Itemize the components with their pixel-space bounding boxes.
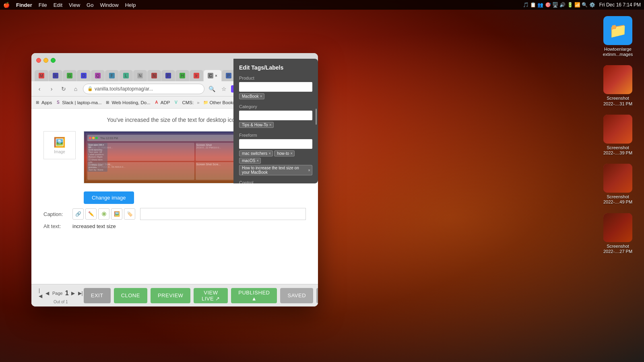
- caption-tag-button[interactable]: 🏷️: [124, 208, 135, 220]
- menubar-icons: 🎵 📋 👥 🎯 🖥️ 🔊 🔋 📶 🔍 ⚙️: [523, 2, 595, 8]
- first-page-button[interactable]: |◀: [38, 287, 43, 300]
- desktop-icon-screenshot-2[interactable]: Screenshot2022-....39 PM: [600, 115, 636, 156]
- alttext-row: Alt text: increased text size: [43, 223, 306, 229]
- help-menu[interactable]: Help: [125, 2, 136, 8]
- window-menu[interactable]: Window: [100, 2, 118, 8]
- caption-asterisk-button[interactable]: ✳️: [98, 208, 109, 220]
- tab-3[interactable]: D: [77, 70, 91, 81]
- tab-2[interactable]: G: [63, 70, 76, 81]
- bookmark-slack-label: Slack | laptop-ma...: [62, 100, 101, 105]
- go-menu[interactable]: Go: [87, 2, 93, 8]
- folder-icon-label: Howtoenlargeextinm...mages: [603, 47, 633, 57]
- bookmark-web-hosting[interactable]: ⊞ Web Hosting, Do...: [105, 100, 150, 105]
- folder-icon: 📁: [603, 16, 632, 45]
- folder-bookmarks-icon: 📁: [203, 100, 208, 105]
- edit-menu[interactable]: Edit: [54, 2, 62, 8]
- page-info: |◀ ◀ Page 1 ▶ ▶| Out of 1: [38, 287, 84, 304]
- bookmark-adp[interactable]: A ADP: [154, 100, 170, 105]
- caption-link-button[interactable]: 🔗: [72, 208, 84, 220]
- tag-freeform-input[interactable]: [239, 139, 312, 149]
- tab-12-active[interactable]: C ×: [204, 70, 221, 81]
- caption-image-button[interactable]: 🖼️: [111, 208, 122, 220]
- change-image-button[interactable]: Change image: [84, 191, 134, 204]
- tab-7[interactable]: N: [133, 70, 147, 81]
- tab-5[interactable]: F: [105, 70, 119, 81]
- bookmark-cms-label: CMS:: [182, 100, 194, 105]
- image-placeholder: 🖼️ Image: [43, 131, 76, 159]
- desktop-icon-folder[interactable]: 📁 Howtoenlargeextinm...mages: [600, 16, 636, 57]
- alttext-value: increased text size: [72, 223, 116, 229]
- bookmark-apps[interactable]: ⊞ Apps: [35, 100, 52, 105]
- view-live-button[interactable]: VIEW LIVE ↗: [194, 288, 228, 303]
- preview-button[interactable]: PREVIEW: [151, 288, 190, 303]
- caption-input[interactable]: [140, 208, 306, 220]
- tag-chip-mac-switchers: mac switchers ×: [239, 150, 273, 156]
- apple-menu-icon[interactable]: 🍎: [3, 2, 10, 8]
- tag-chip-increase-text-remove[interactable]: ×: [308, 168, 310, 173]
- search-button[interactable]: 🔍: [207, 84, 217, 94]
- desktop-icon-screenshot-3[interactable]: Screenshot2022-....49 PM: [600, 164, 636, 205]
- tab-9[interactable]: P: [161, 70, 175, 81]
- caption-tools: 🔗 ✏️ ✳️ 🖼️ 🏷️: [72, 208, 135, 220]
- apps-grid-icon: ⊞: [35, 100, 40, 105]
- tag-chip-how-to-remove[interactable]: ×: [290, 151, 293, 156]
- tab-10[interactable]: H: [175, 70, 189, 81]
- bookmark-button[interactable]: ☆: [219, 84, 229, 94]
- tag-chip-howto: Tips & How-To ×: [239, 122, 274, 128]
- tab-4[interactable]: Q: [91, 70, 105, 81]
- back-button[interactable]: ‹: [35, 84, 44, 94]
- home-button[interactable]: ⌂: [71, 84, 80, 94]
- out-of-label: Out of 1: [54, 300, 68, 304]
- address-text: vanilla.tools/laptopmag/ar...: [95, 86, 153, 92]
- tab-1[interactable]: Ir: [49, 70, 62, 81]
- tag-chip-howto-remove[interactable]: ×: [269, 123, 272, 127]
- bookmark-cms[interactable]: CMS:: [182, 100, 194, 105]
- finder-menu[interactable]: Finder: [16, 2, 32, 8]
- screenshot-thumb-4: [603, 213, 632, 242]
- view-menu[interactable]: View: [69, 2, 80, 8]
- tab-0[interactable]: M: [35, 70, 48, 81]
- exit-button[interactable]: EXIT: [84, 288, 111, 303]
- clone-button[interactable]: CLONE: [114, 288, 147, 303]
- screenshot-thumb-3: [603, 164, 632, 193]
- file-menu[interactable]: File: [39, 2, 47, 8]
- tag-section-control: Control channel_computing × type_how_to …: [239, 180, 312, 183]
- tag-chip-macbook-remove[interactable]: ×: [260, 94, 262, 99]
- tag-category-input[interactable]: [239, 111, 312, 120]
- tag-category-chips: Tips & How-To ×: [239, 122, 312, 128]
- forward-button[interactable]: ›: [47, 84, 56, 94]
- desktop-icon-screenshot-4[interactable]: Screenshot2022-....27 PM: [600, 213, 636, 254]
- tag-section-control-label: Control: [239, 180, 312, 183]
- bookmark-apps-label: Apps: [41, 100, 52, 105]
- tag-chip-mac-switchers-remove[interactable]: ×: [268, 151, 271, 156]
- desktop-icon-screenshot-1[interactable]: Screenshot2022-....31 PM: [600, 65, 636, 106]
- more-button[interactable]: ▲: [316, 288, 318, 303]
- menubar-time: Fri Dec 16 7:14 PM: [599, 2, 641, 8]
- tag-section-category-label: Category: [239, 104, 312, 109]
- close-button[interactable]: [36, 58, 41, 63]
- screenshot-3-label: Screenshot2022-....49 PM: [603, 194, 632, 205]
- bookmark-v[interactable]: V: [173, 100, 179, 105]
- tag-chip-macos-remove[interactable]: ×: [256, 158, 259, 163]
- tag-chip-increase-text: How to increase the text size on your Ma…: [239, 165, 312, 175]
- reload-button[interactable]: ↻: [59, 84, 68, 94]
- tag-section-product: Product MacBook ×: [239, 76, 312, 99]
- tab-8[interactable]: N: [147, 70, 161, 81]
- bookmark-slack[interactable]: S Slack | laptop-ma...: [55, 100, 101, 105]
- prev-page-button[interactable]: ◀: [45, 290, 50, 297]
- saved-button[interactable]: SAVED: [280, 288, 313, 303]
- caption-edit-button[interactable]: ✏️: [85, 208, 97, 220]
- next-page-button[interactable]: ▶: [70, 290, 76, 297]
- tag-product-input[interactable]: [239, 82, 312, 92]
- minimize-button[interactable]: [43, 58, 48, 63]
- bookmarks-more-button[interactable]: »: [197, 100, 199, 105]
- desktop-icons-area: 📁 Howtoenlargeextinm...mages Screenshot2…: [600, 16, 636, 254]
- v-icon: V: [173, 100, 179, 105]
- maximize-button[interactable]: [51, 58, 56, 63]
- address-bar[interactable]: 🔒 vanilla.tools/laptopmag/ar...: [83, 84, 204, 94]
- tab-6[interactable]: L: [119, 70, 133, 81]
- last-page-button[interactable]: ▶|: [77, 290, 84, 297]
- published-button[interactable]: PUBLISHED ▲: [231, 288, 277, 303]
- page-label: Page: [52, 291, 63, 296]
- tab-11[interactable]: Ir: [190, 70, 203, 81]
